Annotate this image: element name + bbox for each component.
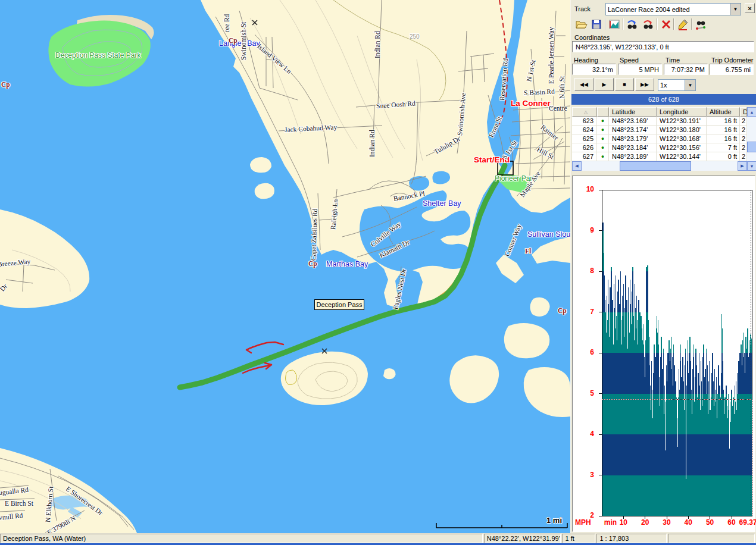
- map-tooltip: Deception Pass: [314, 299, 364, 310]
- fast-forward-button[interactable]: ▶▶: [635, 78, 654, 91]
- table-cell: 2: [740, 126, 747, 134]
- table-cell: N48°23.174': [609, 126, 657, 134]
- stat-label: Time: [666, 57, 680, 64]
- table-cell: N48°23.184': [609, 143, 657, 152]
- save-icon[interactable]: [589, 17, 603, 31]
- status-segment: 1 ft: [562, 534, 595, 543]
- table-cell: W122°30.191': [657, 117, 707, 126]
- table-header-col0[interactable]: △: [572, 107, 597, 117]
- table-cell: 16 ft: [707, 134, 740, 143]
- x-tick-label: 40: [676, 518, 700, 527]
- chevron-down-icon[interactable]: ▼: [685, 80, 695, 90]
- find-on-track-icon[interactable]: [693, 17, 707, 31]
- track-select[interactable]: LaConner Race 2004 edited ▼: [605, 3, 741, 15]
- table-cell: 2: [740, 134, 747, 143]
- table-row[interactable]: 627●N48°23.189'W122°30.144'0 ft2: [572, 152, 747, 161]
- scroll-right-icon[interactable]: ▶: [738, 161, 747, 171]
- y-tick-label: 6: [574, 348, 594, 356]
- island: [383, 368, 396, 379]
- map-graphics: [0, 0, 570, 533]
- scroll-up-icon[interactable]: ▲: [747, 107, 756, 117]
- scroll-down-icon[interactable]: ▼: [747, 161, 756, 171]
- table-header-Altitude[interactable]: Altitude: [707, 107, 740, 117]
- table-row[interactable]: 626●N48°23.184'W122°30.156'7 ft2: [572, 143, 747, 152]
- delete-point-icon[interactable]: [659, 17, 673, 31]
- table-vscrollbar[interactable]: ▲ ▼: [747, 107, 756, 171]
- table-cell: 626: [572, 143, 597, 152]
- table-header-Latitude[interactable]: Latitude: [609, 107, 657, 117]
- table-cell: W122°30.168': [657, 134, 707, 143]
- table-cell: ●: [597, 143, 609, 152]
- stat-value: 6.755 mi: [710, 64, 754, 75]
- scroll-left-icon[interactable]: ◀: [572, 161, 582, 171]
- stat-value: 7:07:32 PM: [664, 64, 708, 75]
- toolbar-separator: [623, 18, 624, 30]
- table-cell: 623: [572, 117, 597, 126]
- position-bar: 628 of 628: [571, 94, 756, 105]
- y-tick-label: 3: [574, 471, 594, 479]
- table-cell: N48°23.189': [609, 152, 657, 161]
- toolbar-separator: [657, 18, 658, 30]
- table-row[interactable]: 625●N48°23.179'W122°30.168'16 ft2: [572, 134, 747, 143]
- speed-bars: [602, 223, 752, 516]
- table-row[interactable]: 623●N48°23.169'W122°30.191'16 ft2: [572, 117, 747, 126]
- table-cell: 0 ft: [707, 152, 740, 161]
- y-tick-label: 4: [574, 430, 594, 438]
- y-axis-label: MPH: [575, 518, 591, 527]
- open-file-icon[interactable]: [574, 17, 588, 31]
- playback-speed-select[interactable]: 1x ▼: [658, 79, 696, 91]
- table-cell: W122°30.144': [657, 152, 707, 161]
- stat-value: 5 MPH: [618, 64, 662, 75]
- y-tick-label: 8: [574, 267, 594, 275]
- x-tick-label: 30: [655, 518, 679, 527]
- y-tick-label: 9: [574, 226, 594, 234]
- table-header-Longitude[interactable]: Longitude: [657, 107, 707, 117]
- status-segment: Deception Pass, WA (Water): [0, 534, 483, 543]
- chevron-down-icon[interactable]: ▼: [730, 4, 741, 15]
- status-segment: N48°22.22', W122°31.99': [484, 534, 561, 543]
- island: [504, 323, 549, 358]
- toolbar-separator: [605, 18, 606, 30]
- speed-profile-chart[interactable]: 1098765432min10203040506069.37MPH: [572, 176, 755, 532]
- profile-chart-icon[interactable]: [607, 17, 621, 31]
- hscroll-thumb[interactable]: [620, 161, 691, 171]
- stat-value: 32.1°m: [572, 64, 616, 75]
- edit-track-icon[interactable]: [676, 17, 689, 31]
- goto-start-icon[interactable]: [625, 17, 639, 31]
- close-panel-button[interactable]: ×: [745, 3, 755, 13]
- table-header-D[interactable]: D: [740, 107, 747, 117]
- map-canvas[interactable]: Langley BayShelter BayMarthas BaySulliva…: [0, 0, 570, 533]
- status-segment: [668, 534, 755, 543]
- y-tick-label: 5: [574, 389, 594, 397]
- table-cell: 16 ft: [707, 126, 740, 134]
- toolbar: [571, 17, 756, 32]
- table-header-col1[interactable]: [597, 107, 609, 117]
- stat-label: Trip Odometer: [711, 57, 754, 64]
- table-cell: N48°23.179': [609, 134, 657, 143]
- track-label: Track: [574, 5, 591, 12]
- track-point-table: △LatitudeLongitudeAltitudeD623●N48°23.16…: [572, 107, 747, 161]
- table-cell: ●: [597, 152, 609, 161]
- table-cell: ●: [597, 134, 609, 143]
- track-panel: Track LaConner Race 2004 edited ▼ × Coor…: [570, 0, 756, 533]
- step-back-button[interactable]: ◀◀: [574, 78, 593, 91]
- table-row[interactable]: 624●N48°23.174'W122°30.180'16 ft2: [572, 126, 747, 134]
- vscroll-thumb[interactable]: [747, 142, 756, 152]
- table-cell: 2: [740, 143, 747, 152]
- status-segment: 1 : 17,803: [596, 534, 667, 543]
- table-cell: N48°23.169': [609, 117, 657, 126]
- table-hscrollbar[interactable]: ◀ ▶: [572, 161, 747, 171]
- play-button[interactable]: ▶: [595, 78, 614, 91]
- y-tick-label: 7: [574, 308, 594, 316]
- goto-end-icon[interactable]: [641, 17, 655, 31]
- y-tick-label: 10: [574, 185, 594, 193]
- coordinates-value: N48°23.195', W122°30.133', 0 ft: [572, 41, 754, 52]
- stop-button[interactable]: ■: [615, 78, 634, 91]
- x-tick-label: 50: [698, 518, 722, 527]
- playback-speed-value: 1x: [658, 82, 685, 89]
- table-cell: 624: [572, 126, 597, 134]
- table-cell: ●: [597, 126, 609, 134]
- table-cell: 16 ft: [707, 117, 740, 126]
- x-tick-label: 20: [633, 518, 657, 527]
- table-cell: W122°30.156': [657, 143, 707, 152]
